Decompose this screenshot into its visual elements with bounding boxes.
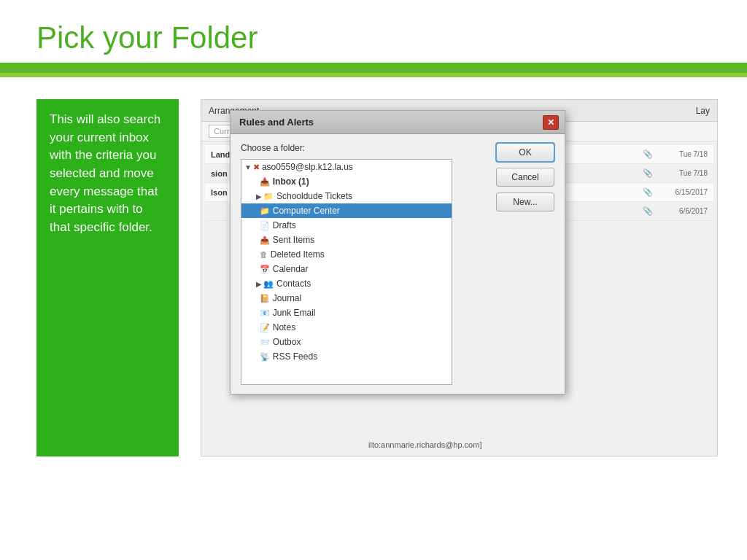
date-1: Tue 7/18	[660, 169, 708, 177]
notes-arrow	[256, 324, 258, 332]
computer-center-label: Computer Center	[273, 206, 340, 216]
account-icon: ✖	[253, 163, 260, 172]
tree-root-account[interactable]: ▼ ✖ aso0559@slp.k12.la.us	[241, 160, 452, 174]
folder-contacts[interactable]: ▶ 👥 Contacts	[241, 276, 452, 291]
choose-folder-label: Choose a folder:	[241, 143, 487, 153]
attach-3: 📎	[642, 206, 653, 216]
folder-deleted-items[interactable]: 🗑 Deleted Items	[241, 247, 452, 262]
ok-button[interactable]: OK	[496, 143, 554, 162]
page-title: Pick your Folder	[0, 0, 747, 63]
sent-items-label: Sent Items	[273, 235, 314, 245]
computer-icon: 📁	[260, 206, 270, 216]
inbox-arrow	[256, 178, 258, 186]
schooldude-label: Schooldude Tickets	[276, 191, 352, 201]
left-text-box: This will also search your current inbox…	[36, 99, 179, 456]
dialog-left-panel: Choose a folder: ▼ ✖ aso0559@slp.k12.la.…	[241, 143, 487, 385]
inbox-icon: 📥	[260, 177, 270, 187]
folder-drafts[interactable]: 📄 Drafts	[241, 218, 452, 233]
drafts-arrow	[256, 222, 258, 230]
folder-tree[interactable]: ▼ ✖ aso0559@slp.k12.la.us 📥 Inbox (1)	[241, 159, 452, 385]
date-2: 6/15/2017	[660, 188, 708, 196]
sent-icon: 📤	[260, 236, 270, 245]
dialog-title: Rules and Alerts	[239, 117, 314, 128]
folder-junk-email[interactable]: 📧 Junk Email	[241, 306, 452, 320]
folder-sent-items[interactable]: 📤 Sent Items	[241, 233, 452, 247]
folder-notes[interactable]: 📝 Notes	[241, 320, 452, 335]
root-account-label: aso0559@slp.k12.la.us	[262, 162, 353, 172]
calendar-arrow	[256, 265, 258, 273]
dialog-titlebar: Rules and Alerts ✕	[231, 111, 565, 134]
outbox-icon: 📨	[260, 338, 270, 347]
green-bar-thick	[0, 63, 747, 73]
dialog-close-button[interactable]: ✕	[543, 115, 559, 130]
contacts-icon: 👥	[263, 279, 274, 289]
calendar-icon: 📅	[260, 265, 270, 274]
calendar-label: Calendar	[273, 264, 309, 274]
folder-schooldude[interactable]: ▶ 📁 Schooldude Tickets	[241, 189, 452, 203]
rss-feeds-label: RSS Feeds	[273, 351, 317, 362]
contacts-arrow: ▶	[256, 280, 262, 288]
folder-rss-feeds[interactable]: 📡 RSS Feeds	[241, 349, 452, 364]
rss-icon: 📡	[260, 352, 270, 362]
journal-icon: 📔	[260, 294, 270, 303]
folder-inbox[interactable]: 📥 Inbox (1)	[241, 174, 452, 189]
new-button[interactable]: New...	[496, 192, 554, 211]
folder-outbox[interactable]: 📨 Outbox	[241, 335, 452, 349]
deleted-items-label: Deleted Items	[271, 249, 325, 260]
content-area: This will also search your current inbox…	[0, 77, 747, 471]
junk-email-label: Junk Email	[273, 308, 316, 318]
rss-arrow	[256, 353, 258, 361]
left-text: This will also search your current inbox…	[50, 112, 160, 234]
outbox-arrow	[256, 338, 258, 346]
deleted-icon: 🗑	[260, 250, 268, 259]
computer-arrow	[256, 207, 258, 215]
drafts-label: Drafts	[273, 220, 296, 230]
right-area: Arrangement Lay Current A to Z Landry T……	[201, 99, 718, 456]
dialog-buttons-panel: OK Cancel New...	[496, 143, 554, 385]
junk-icon: 📧	[260, 308, 270, 318]
outbox-label: Outbox	[273, 337, 301, 347]
attach-1: 📎	[642, 168, 653, 178]
drafts-icon: 📄	[260, 221, 270, 230]
date-0: Tue 7/18	[660, 150, 708, 158]
root-arrow: ▼	[244, 163, 252, 171]
cancel-button[interactable]: Cancel	[496, 168, 554, 187]
attach-2: 📎	[642, 187, 653, 197]
journal-arrow	[256, 295, 258, 303]
folder-calendar[interactable]: 📅 Calendar	[241, 262, 452, 276]
dialog-body: Choose a folder: ▼ ✖ aso0559@slp.k12.la.…	[231, 134, 565, 394]
journal-label: Journal	[273, 293, 301, 303]
schooldude-icon: 📁	[263, 192, 274, 201]
inbox-label: Inbox (1)	[273, 176, 309, 187]
notes-icon: 📝	[260, 323, 270, 332]
folder-journal[interactable]: 📔 Journal	[241, 291, 452, 306]
date-3: 6/6/2017	[660, 207, 708, 215]
folder-computer-center[interactable]: 📁 Computer Center	[241, 203, 452, 218]
deleted-arrow	[256, 251, 258, 259]
rules-alerts-dialog: Rules and Alerts ✕ Choose a folder: ▼ ✖ …	[230, 110, 565, 394]
attach-0: 📎	[642, 149, 653, 159]
contacts-label: Contacts	[276, 279, 311, 289]
layout-tab: Lay	[696, 106, 710, 116]
junk-arrow	[256, 309, 258, 317]
sent-arrow	[256, 236, 258, 244]
bottom-link: ilto:annmarie.richards@hp.com]	[368, 440, 481, 449]
schooldude-arrow: ▶	[256, 192, 262, 201]
notes-label: Notes	[273, 322, 295, 332]
